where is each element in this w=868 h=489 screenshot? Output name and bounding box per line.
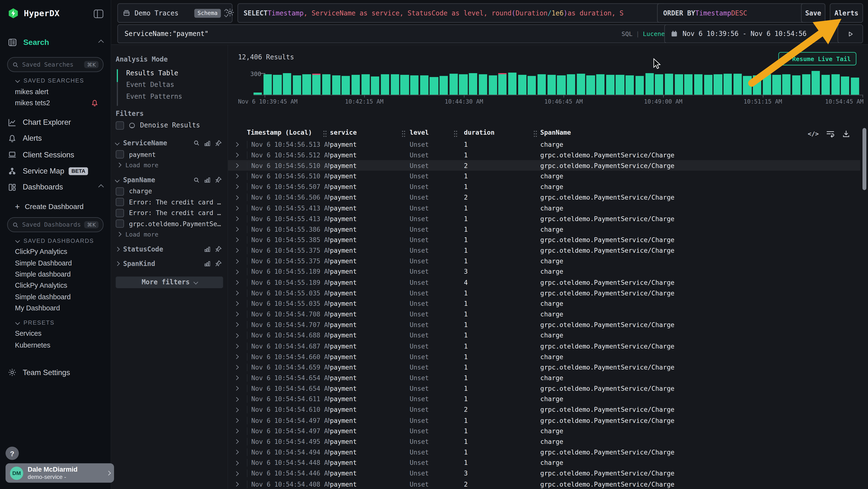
row-expander[interactable] [235, 440, 247, 443]
row-expander[interactable] [235, 483, 247, 486]
date-range-picker[interactable]: Nov 6 10:39:56 - Nov 6 10:54:56 [664, 24, 843, 43]
save-button[interactable]: Save [801, 3, 825, 23]
table-row[interactable]: Nov 6 10:54:55.413 AMpaymentUnset1grpc.o… [228, 213, 860, 224]
table-row[interactable]: Nov 6 10:54:54.611 AMpaymentUnset1charge [228, 394, 860, 405]
table-row[interactable]: Nov 6 10:54:54.654 AMpaymentUnset1charge [228, 373, 860, 383]
row-expander[interactable] [235, 366, 247, 369]
row-expander[interactable] [235, 419, 247, 422]
table-row[interactable]: Nov 6 10:54:55.413 AMpaymentUnset1charge [228, 203, 860, 213]
drag-grip-icon[interactable] [401, 130, 406, 138]
row-expander[interactable] [235, 153, 247, 156]
table-row[interactable]: Nov 6 10:54:54.610 AMpaymentUnset2grpc.o… [228, 405, 860, 415]
select-clause-editor[interactable]: SELECT Timestamp, ServiceName as service… [238, 3, 666, 23]
sidebar-collapse-icon[interactable] [94, 9, 103, 18]
table-row[interactable]: Nov 6 10:54:55.189 AMpaymentUnset4grpc.o… [228, 277, 860, 288]
denoise-results-toggle[interactable]: Denoise Results [111, 120, 227, 130]
filter-value-row[interactable]: Error: The credit card … [111, 197, 227, 207]
preset-item[interactable]: Kubernetes [0, 340, 111, 351]
bar-chart-icon[interactable] [204, 246, 211, 253]
saved-dashboard-item[interactable]: ClickPy Analytics [0, 246, 111, 257]
checkbox[interactable] [116, 121, 124, 130]
create-dashboard-button[interactable]: + Create Dashboard [0, 201, 111, 212]
alerts-button[interactable]: Alerts [830, 3, 863, 23]
row-expander[interactable] [235, 207, 247, 210]
row-expander[interactable] [235, 355, 247, 358]
order-by-editor[interactable]: ORDER BY Timestamp DESC [657, 3, 807, 23]
filter-section-statuscode[interactable]: StatusCode [111, 243, 227, 255]
filter-value-row[interactable]: Error: The credit card … [111, 207, 227, 219]
saved-dashboard-item[interactable]: Simple dashboard [0, 291, 111, 303]
saved-search-item[interactable]: mikes tets2 [0, 97, 111, 109]
table-row[interactable]: Nov 6 10:54:56.510 AMpaymentUnset1charge [228, 171, 860, 181]
table-scrollbar[interactable] [863, 128, 866, 190]
filter-section-spanname[interactable]: SpanName [111, 174, 227, 186]
table-row[interactable]: Nov 6 10:54:54.687 AMpaymentUnset1grpc.o… [228, 341, 860, 351]
data-source-select[interactable]: Demo Traces Schema [117, 3, 233, 23]
row-expander[interactable] [235, 281, 247, 284]
table-row[interactable]: Nov 6 10:54:54.495 AMpaymentUnset1charge [228, 436, 860, 447]
load-more-button[interactable]: Load more [111, 160, 227, 170]
checkbox[interactable] [116, 150, 124, 159]
drag-grip-icon[interactable] [323, 130, 327, 138]
table-row[interactable]: Nov 6 10:54:55.035 AMpaymentUnset1grpc.o… [228, 288, 860, 298]
pin-icon[interactable] [215, 260, 222, 267]
sidebar-item-dashboards[interactable]: Dashboards [0, 179, 111, 195]
row-expander[interactable] [235, 451, 247, 454]
row-expander[interactable] [235, 345, 247, 348]
bar-chart-icon[interactable] [204, 176, 211, 183]
language-lucene[interactable]: Lucene [643, 30, 665, 37]
saved-dashboard-item[interactable]: Simple Dashboard [0, 257, 111, 269]
row-expander[interactable] [235, 143, 247, 146]
column-header-timestamp-local-[interactable]: Timestamp (Local) [247, 128, 330, 136]
saved-dashboard-item[interactable]: ClickPy Analytics [0, 280, 111, 291]
row-expander[interactable] [235, 334, 247, 337]
table-row[interactable]: Nov 6 10:54:55.385 AMpaymentUnset1grpc.o… [228, 235, 860, 245]
sidebar-item-alerts[interactable]: Alerts [0, 130, 111, 146]
wrap-lines-icon[interactable] [826, 129, 835, 138]
row-expander[interactable] [235, 408, 247, 411]
drag-grip-icon[interactable] [533, 130, 537, 138]
pin-icon[interactable] [215, 246, 222, 253]
table-row[interactable]: Nov 6 10:54:54.654 AMpaymentUnset1grpc.o… [228, 383, 860, 394]
table-row[interactable]: Nov 6 10:54:54.408 AMpaymentUnset2grpc.o… [228, 479, 860, 489]
pin-icon[interactable] [215, 176, 222, 183]
row-expander[interactable] [235, 270, 247, 274]
row-expander[interactable] [235, 228, 247, 231]
checkbox[interactable] [116, 198, 124, 206]
table-row[interactable]: Nov 6 10:54:55.386 AMpaymentUnset1charge [228, 224, 860, 235]
sidebar-item-service-map[interactable]: Service MapBETA [0, 163, 111, 179]
more-filters-button[interactable]: More filters [116, 276, 223, 288]
language-sql[interactable]: SQL [622, 30, 633, 37]
saved-dashboards-input[interactable]: Saved Dashboards ⌘K [7, 217, 103, 232]
search-icon[interactable] [193, 176, 200, 183]
row-expander[interactable] [235, 292, 247, 295]
table-row[interactable]: Nov 6 10:54:56.507 AMpaymentUnset1charge [228, 181, 860, 192]
table-row[interactable]: Nov 6 10:54:54.497 AMpaymentUnset1grpc.o… [228, 415, 860, 426]
download-icon[interactable] [842, 130, 850, 138]
table-row[interactable]: Nov 6 10:54:55.035 AMpaymentUnset1charge [228, 298, 860, 309]
table-row[interactable]: Nov 6 10:54:56.513 AMpaymentUnset1charge [228, 139, 860, 150]
table-row[interactable]: Nov 6 10:54:54.497 AMpaymentUnset1charge [228, 426, 860, 436]
table-row[interactable]: Nov 6 10:54:54.494 AMpaymentUnset1grpc.o… [228, 447, 860, 458]
load-more-button[interactable]: Load more [111, 229, 227, 240]
row-expander[interactable] [235, 249, 247, 252]
language-toggle[interactable]: SQL|Lucene [622, 30, 665, 37]
row-expander[interactable] [235, 376, 247, 380]
column-header-level[interactable]: level [408, 128, 461, 136]
table-row[interactable]: Nov 6 10:54:54.688 AMpaymentUnset1charge [228, 330, 860, 341]
user-menu[interactable]: DM Dale McDiarmid demo-service - [5, 463, 114, 483]
drag-grip-icon[interactable] [453, 130, 458, 138]
saved-searches-input[interactable]: Saved Searches ⌘K [7, 57, 103, 72]
row-expander[interactable] [235, 175, 247, 178]
saved-dashboard-item[interactable]: My Dashboard [0, 303, 111, 314]
preset-item[interactable]: Services [0, 328, 111, 340]
resume-live-tail-button[interactable]: Resume Live Tail [778, 52, 857, 65]
bar-chart-icon[interactable] [204, 260, 211, 267]
column-header-service[interactable]: service [330, 128, 408, 136]
row-expander[interactable] [235, 185, 247, 189]
row-expander[interactable] [235, 302, 247, 305]
presets-section-label[interactable]: PRESETS [0, 319, 111, 326]
filter-value-row[interactable]: grpc.oteldemo.PaymentSe… [111, 219, 227, 229]
row-expander[interactable] [235, 313, 247, 316]
analysis-mode-results-table[interactable]: Results Table [111, 67, 227, 79]
